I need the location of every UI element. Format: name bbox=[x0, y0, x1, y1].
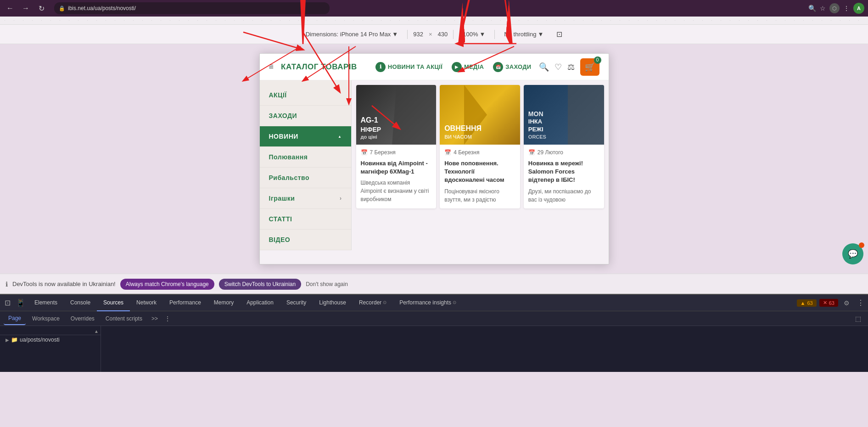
perf-insights-icon: ⊙ bbox=[453, 300, 456, 305]
devtools-content: ▲ ▶ 📁 ua/posts/novosti bbox=[0, 326, 868, 372]
tree-item-label: ua/posts/novosti bbox=[20, 337, 60, 343]
sidebar-item-novyny[interactable]: НОВИНИ bbox=[260, 126, 351, 147]
tab-memory[interactable]: Memory bbox=[207, 295, 240, 311]
back-button[interactable]: ← bbox=[4, 2, 17, 15]
url-display: ibis.net.ua/ua/posts/novosti/ bbox=[68, 5, 136, 11]
tab-sources[interactable]: Sources bbox=[97, 295, 130, 311]
tab-application[interactable]: Application bbox=[240, 295, 280, 311]
card3-overlay-title: MON ІНКА РЕЖІ ORCES bbox=[528, 110, 546, 140]
tab-performance[interactable]: Performance bbox=[163, 295, 207, 311]
profile-icon[interactable]: A bbox=[853, 3, 864, 14]
devtools-tabs-right: ▲ 63 ✕ 63 ⚙ ⋮ bbox=[797, 298, 866, 307]
sidebar-item-ihrashky[interactable]: Іграшки › bbox=[260, 188, 351, 209]
news-card-1[interactable]: AG-1 НІФЕР до ціні 📅 7 Березня Новинка в… bbox=[356, 85, 437, 208]
error-circle-icon: ✕ bbox=[823, 300, 827, 306]
sources-sidebar: ▲ ▶ 📁 ua/posts/novosti bbox=[0, 326, 101, 372]
tab-network[interactable]: Network bbox=[130, 295, 163, 311]
news-card-body-3: 📅 29 Лютого Новинка в мережі! Salomon Fo… bbox=[524, 145, 604, 208]
site-logo: КАТАЛОГ ТОВАРІВ bbox=[281, 62, 357, 72]
subtabs-more-icon[interactable]: >> bbox=[149, 315, 161, 322]
rotate-button[interactable]: ⊡ bbox=[553, 28, 566, 40]
scroll-controls: ▲ bbox=[0, 328, 101, 335]
throttling-label: No throttling bbox=[504, 31, 536, 38]
sidebar-item-aktsii[interactable]: АКЦІЇ bbox=[260, 85, 351, 106]
bookmark-icon[interactable]: ☆ bbox=[820, 5, 826, 12]
zoom-selector[interactable]: 100% ▼ bbox=[459, 29, 489, 39]
warning-triangle-icon: ▲ bbox=[801, 300, 806, 306]
info-icon: ℹ bbox=[375, 62, 386, 72]
scroll-up-btn[interactable]: ▲ bbox=[94, 329, 99, 334]
panel-layout-icon[interactable]: ⬚ bbox=[851, 312, 864, 325]
errors-badge[interactable]: ✕ 63 bbox=[819, 299, 838, 307]
search-icon[interactable]: 🔍 bbox=[808, 5, 816, 12]
nav-media[interactable]: ▶ МЕДІА bbox=[452, 62, 484, 72]
match-language-button[interactable]: Always match Chrome's language bbox=[120, 279, 214, 290]
notification-text: DevTools is now available in Ukrainian! bbox=[12, 281, 116, 287]
tree-item-root[interactable]: ▶ 📁 ua/posts/novosti bbox=[0, 335, 101, 344]
subtabs-kebab-icon[interactable]: ⋮ bbox=[162, 315, 173, 322]
chevron-right-icon: › bbox=[340, 195, 342, 202]
devtools-notification-bar: ℹ DevTools is now available in Ukrainian… bbox=[0, 274, 868, 294]
news-title-1: Новинка від Aimpoint - магніфер 6XMag-1 bbox=[361, 159, 432, 176]
forward-button[interactable]: → bbox=[19, 2, 32, 15]
sidebar-item-zakhody[interactable]: ЗАХОДИ bbox=[260, 106, 351, 126]
page-content-area: ≡ КАТАЛОГ ТОВАРІВ ℹ НОВИНИ ТА АКЦІЇ ▶ МЕ… bbox=[0, 44, 868, 274]
news-grid: AG-1 НІФЕР до ціні 📅 7 Березня Новинка в… bbox=[356, 85, 604, 208]
throttling-selector[interactable]: No throttling ▼ bbox=[500, 29, 547, 39]
browser-chrome: ← → ↻ 🔒 ibis.net.ua/ua/posts/novosti/ 🔍 … bbox=[0, 0, 868, 17]
devtools-subtabs: Page Workspace Overrides Content scripts… bbox=[0, 311, 868, 326]
chevron-down-icon-throttle: ▼ bbox=[538, 31, 543, 38]
sidebar-item-statti[interactable]: СТАТТІ bbox=[260, 209, 351, 230]
calendar-icon-2: 📅 bbox=[444, 149, 451, 156]
address-bar[interactable]: 🔒 ibis.net.ua/ua/posts/novosti/ bbox=[54, 2, 330, 14]
dont-show-again-link[interactable]: Don't show again bbox=[306, 281, 348, 287]
device-selector[interactable]: Dimensions: iPhone 14 Pro Max ▼ bbox=[302, 29, 402, 39]
subtab-content-scripts[interactable]: Content scripts bbox=[101, 312, 147, 325]
tab-console[interactable]: Console bbox=[64, 295, 97, 311]
subtab-overrides[interactable]: Overrides bbox=[66, 312, 99, 325]
width-display[interactable]: 932 bbox=[413, 31, 423, 38]
separator bbox=[407, 30, 408, 39]
tab-performance-insights[interactable]: Performance insights ⊙ bbox=[393, 295, 463, 311]
header-nav: ℹ НОВИНИ ТА АКЦІЇ ▶ МЕДІА 📅 ЗАХОДИ bbox=[375, 62, 532, 72]
card1-overlay-title: AG-1 НІФЕР до ціні bbox=[361, 116, 381, 140]
more-menu-icon[interactable]: ⋮ bbox=[843, 5, 850, 12]
card3-image bbox=[568, 85, 604, 145]
reload-button[interactable]: ↻ bbox=[35, 2, 48, 15]
dimension-separator: × bbox=[429, 31, 432, 38]
device-toolbar: Dimensions: iPhone 14 Pro Max ▼ 932 × 43… bbox=[0, 25, 868, 44]
device-mode-icon[interactable]: 📱 bbox=[13, 298, 28, 307]
sidebar-item-rybalstvo[interactable]: Рибальство bbox=[260, 168, 351, 188]
search-button[interactable]: 🔍 bbox=[539, 62, 549, 72]
sidebar-item-poluvanna[interactable]: Полювання bbox=[260, 147, 351, 168]
tab-elements[interactable]: Elements bbox=[28, 295, 64, 311]
wishlist-button[interactable]: ♡ bbox=[554, 62, 562, 72]
subtab-workspace[interactable]: Workspace bbox=[28, 312, 64, 325]
news-card-3[interactable]: MON ІНКА РЕЖІ ORCES 📅 29 Лютого Но bbox=[524, 85, 604, 208]
nav-news[interactable]: ℹ НОВИНИ ТА АКЦІЇ bbox=[375, 62, 442, 72]
compare-button[interactable]: ⚖ bbox=[567, 62, 575, 72]
news-excerpt-3: Друзі, ми поспішаємо до вас із чудовою bbox=[528, 187, 599, 204]
switch-language-button[interactable]: Switch DevTools to Ukrainian bbox=[219, 279, 301, 290]
subtab-page[interactable]: Page bbox=[4, 312, 26, 325]
nav-events[interactable]: 📅 ЗАХОДИ bbox=[493, 62, 531, 72]
devtools-settings-icon[interactable]: ⚙ bbox=[841, 299, 852, 307]
news-title-3: Новинка в мережі! Salomon Forces відтепе… bbox=[528, 159, 599, 185]
cart-button[interactable]: 🛒 0 bbox=[580, 58, 599, 76]
devtools-more-icon[interactable]: ⋮ bbox=[855, 298, 866, 307]
hamburger-menu[interactable]: ≡ bbox=[269, 62, 274, 72]
inspect-element-icon[interactable]: ⊡ bbox=[2, 298, 13, 307]
news-date-3: 📅 29 Лютого bbox=[528, 149, 599, 156]
warnings-badge[interactable]: ▲ 63 bbox=[797, 299, 817, 307]
height-display[interactable]: 430 bbox=[438, 31, 448, 38]
tab-security[interactable]: Security bbox=[280, 295, 313, 311]
news-card-2[interactable]: ОВНЕННЯ ВИ ЧАСОМ 📅 4 Березня Нове поповн… bbox=[440, 85, 520, 208]
tab-lighthouse[interactable]: Lighthouse bbox=[313, 295, 353, 311]
extension-icon[interactable]: ⬡ bbox=[829, 3, 840, 13]
tab-recorder[interactable]: Recorder ⊙ bbox=[353, 295, 393, 311]
news-card-body-1: 📅 7 Березня Новинка від Aimpoint - магні… bbox=[356, 145, 437, 208]
sidebar-item-video[interactable]: ВІДЕО bbox=[260, 230, 351, 250]
card1-image bbox=[392, 85, 436, 145]
news-card-image-1: AG-1 НІФЕР до ціні bbox=[356, 85, 437, 145]
card2-overlay-title: ОВНЕННЯ ВИ ЧАСОМ bbox=[444, 124, 482, 140]
